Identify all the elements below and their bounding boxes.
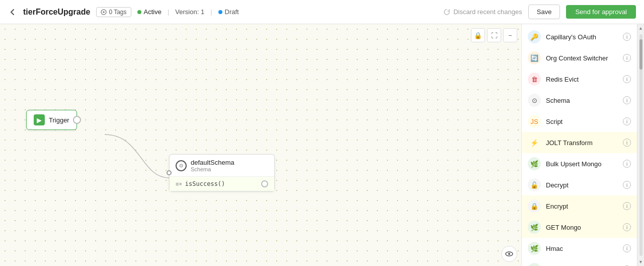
- panel-item-script[interactable]: JS Script i: [522, 111, 637, 132]
- func-icon: ≡×: [176, 181, 182, 187]
- schema-node-name: defaultSchema: [191, 159, 234, 166]
- schema-node-header: ⊙ defaultSchema Schema: [170, 155, 274, 177]
- canvas-controls: 🔒 ⛶ −: [471, 28, 517, 42]
- back-button[interactable]: [8, 8, 17, 17]
- panel-item-label-get-mongo: GET Mongo: [546, 224, 618, 231]
- trigger-icon: ▶: [34, 114, 45, 125]
- panel-item-redis-evict[interactable]: 🗑 Redis Evict i: [522, 69, 637, 90]
- panel-item-info-get-mongo[interactable]: i: [623, 223, 631, 231]
- scroll-track: [639, 34, 642, 256]
- panel-item-icon-org-context-switcher: 🔄: [528, 51, 541, 64]
- schema-body: ≡× isSuccess(): [170, 177, 274, 191]
- scroll-up-arrow[interactable]: ▲: [637, 24, 644, 32]
- panel-item-info-script[interactable]: i: [623, 117, 631, 125]
- panel-item-icon-encrypt: 🔒: [528, 200, 541, 213]
- header: tierForceUpgrade 0 Tags Active | Version…: [0, 0, 644, 24]
- panel-item-icon-hmac: 🌿: [528, 242, 541, 255]
- panel-item-schema[interactable]: ⊙ Schema i: [522, 90, 637, 111]
- zoom-out-button[interactable]: −: [503, 28, 517, 42]
- svg-point-2: [508, 253, 510, 255]
- panel-item-icon-script: JS: [528, 115, 541, 128]
- version-label: Version: 1: [175, 8, 204, 16]
- panel-item-label-script: Script: [546, 118, 618, 125]
- tags-badge[interactable]: 0 Tags: [96, 7, 131, 17]
- connector-lines: [0, 24, 521, 266]
- status-active: Active: [137, 8, 162, 16]
- active-dot: [137, 10, 141, 14]
- panel-item-info-schema[interactable]: i: [623, 96, 631, 104]
- separator-2: |: [210, 8, 212, 16]
- panel-item-info-encrypt[interactable]: i: [623, 202, 631, 210]
- trigger-node[interactable]: ▶ Trigger: [26, 110, 77, 130]
- panel-item-info-capillarys-oauth[interactable]: i: [623, 33, 631, 41]
- scroll-thumb: [639, 39, 642, 70]
- draft-dot: [218, 10, 222, 14]
- expand-button[interactable]: ⛶: [487, 28, 501, 42]
- panel-item-label-hmac: Hmac: [546, 245, 618, 252]
- schema-node[interactable]: ⊙ defaultSchema Schema ≡× isSuccess(): [169, 154, 275, 191]
- panel-item-label-schema: Schema: [546, 97, 618, 104]
- active-label: Active: [144, 8, 162, 16]
- panel-item-info-hmac[interactable]: i: [623, 244, 631, 252]
- panel-item-info-redis-evict[interactable]: i: [623, 75, 631, 83]
- page-title: tierForceUpgrade: [23, 8, 90, 17]
- save-button[interactable]: Save: [528, 5, 560, 19]
- panel-item-icon-capillarys-oauth: 🔑: [528, 30, 541, 43]
- panel-item-label-decrypt: Decrypt: [546, 181, 618, 189]
- panel-item-get-mongo[interactable]: 🌿 GET Mongo i: [522, 217, 637, 238]
- panel-item-hmac[interactable]: 🌿 Hmac i: [522, 238, 637, 259]
- panel-item-label-encrypt: Encrypt: [546, 203, 618, 210]
- schema-node-info: defaultSchema Schema: [191, 159, 234, 172]
- panel-item-label-redis-evict: Redis Evict: [546, 76, 618, 83]
- scroll-down-arrow[interactable]: ▼: [637, 258, 644, 266]
- right-panel: 🔑 Capillary's OAuth i 🔄 Org Context Swit…: [521, 24, 637, 266]
- panel-item-label-jolt-transform: JOLT Transform: [546, 139, 618, 147]
- schema-node-type: Schema: [191, 166, 234, 172]
- func-label: isSuccess(): [185, 180, 225, 187]
- panel-item-info-org-context-switcher[interactable]: i: [623, 54, 631, 62]
- canvas[interactable]: ▶ Trigger ⊙ defaultSchema Schema ≡× isSu…: [0, 24, 521, 266]
- panel-item-info-bulk-upsert-mongo[interactable]: i: [623, 160, 631, 168]
- send-approval-button[interactable]: Send for approval: [566, 5, 636, 19]
- schema-connector-left: [167, 170, 172, 175]
- panel-item-put-mongo[interactable]: 🌿 PUT Mongo i: [522, 259, 637, 266]
- lock-button[interactable]: 🔒: [471, 28, 485, 42]
- panel-item-encrypt[interactable]: 🔒 Encrypt i: [522, 195, 637, 217]
- panel-item-capillarys-oauth[interactable]: 🔑 Capillary's OAuth i: [522, 26, 637, 47]
- panel-item-icon-jolt-transform: ⚡: [528, 136, 541, 149]
- panel-list: 🔑 Capillary's OAuth i 🔄 Org Context Swit…: [522, 24, 637, 266]
- preview-button[interactable]: [501, 246, 517, 262]
- main-content: ▶ Trigger ⊙ defaultSchema Schema ≡× isSu…: [0, 24, 644, 266]
- draft-label: Draft: [225, 8, 239, 16]
- panel-item-icon-get-mongo: 🌿: [528, 221, 541, 234]
- panel-item-label-capillarys-oauth: Capillary's OAuth: [546, 33, 618, 41]
- panel-item-info-jolt-transform[interactable]: i: [623, 139, 631, 147]
- panel-item-icon-bulk-upsert-mongo: 🌿: [528, 157, 541, 170]
- discard-button[interactable]: Discard recent changes: [443, 8, 522, 16]
- trigger-connector: [73, 116, 81, 124]
- panel-item-bulk-upsert-mongo[interactable]: 🌿 Bulk Upsert Mongo i: [522, 153, 637, 174]
- trigger-label: Trigger: [49, 116, 69, 124]
- separator-1: |: [168, 8, 169, 16]
- schema-node-icon: ⊙: [176, 160, 187, 171]
- panel-item-icon-schema: ⊙: [528, 94, 541, 107]
- panel-item-icon-redis-evict: 🗑: [528, 73, 541, 86]
- schema-output-connector: [261, 180, 268, 187]
- panel-item-label-org-context-switcher: Org Context Switcher: [546, 54, 618, 62]
- status-draft: Draft: [218, 8, 239, 16]
- panel-item-decrypt[interactable]: 🔓 Decrypt i: [522, 174, 637, 195]
- scrollbar[interactable]: ▲ ▼: [637, 24, 644, 266]
- tags-label: 0 Tags: [109, 9, 126, 16]
- panel-item-icon-decrypt: 🔓: [528, 178, 541, 191]
- panel-item-org-context-switcher[interactable]: 🔄 Org Context Switcher i: [522, 47, 637, 69]
- panel-item-info-decrypt[interactable]: i: [623, 181, 631, 189]
- panel-item-icon-put-mongo: 🌿: [528, 263, 541, 266]
- discard-label: Discard recent changes: [453, 8, 522, 16]
- panel-item-label-bulk-upsert-mongo: Bulk Upsert Mongo: [546, 160, 618, 168]
- panel-item-jolt-transform[interactable]: ⚡ JOLT Transform i: [522, 132, 637, 153]
